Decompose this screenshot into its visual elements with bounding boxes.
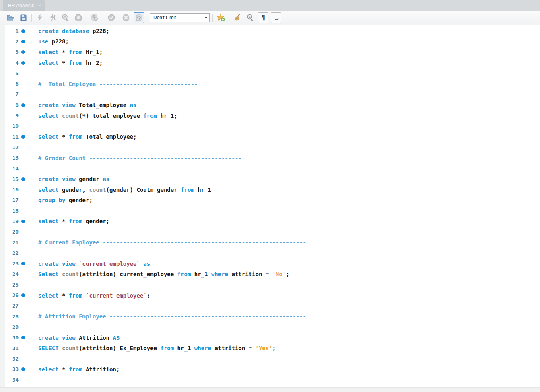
code-line[interactable]: 33select * from Attrition; [0,364,540,375]
transaction-settings-button[interactable] [90,12,100,23]
line-number: 12 [0,144,19,150]
line-number: 34 [0,377,19,383]
code-line[interactable]: 19select * from gender; [0,216,540,226]
statement-dot-icon [21,103,25,107]
line-number: 5 [0,70,19,76]
code-text: create view Attrition AS [27,335,120,341]
add-favorite-button[interactable] [216,12,226,23]
save-icon [19,14,27,22]
code-line[interactable]: 23create view `current employee` as [0,259,540,269]
show-formatting-marks-button[interactable]: ¶ [258,12,268,23]
code-line[interactable]: 11select * from Total_employee; [0,131,540,142]
line-number: 21 [0,240,19,246]
tab-close-icon[interactable]: × [38,3,41,8]
commit-icon [107,14,115,22]
line-number: 29 [0,324,19,330]
code-line[interactable]: 21# Current Employee -------------------… [0,237,540,248]
code-line[interactable]: 20 [0,227,540,237]
code-text: use p228; [27,38,69,45]
find-icon: A [246,13,255,22]
code-line[interactable]: 25 [0,279,540,290]
open-file-button[interactable] [5,12,16,23]
code-line[interactable]: 26select * from `current employee`; [0,290,540,300]
open-folder-icon [6,14,14,22]
code-line[interactable]: 29 [0,322,540,332]
code-line[interactable]: 27 [0,301,540,311]
code-text: # Grnder Count -------------------------… [27,155,242,161]
autocommit-toggle-button[interactable] [134,12,144,23]
line-number: 26 [0,292,19,298]
code-line[interactable]: 14 [0,163,540,174]
line-number: 24 [0,271,19,277]
code-line[interactable]: 5 [0,68,540,78]
code-line[interactable]: 15create view gender as [0,174,540,184]
limit-rows-dropdown[interactable]: Don't Limit [150,13,210,22]
code-line[interactable]: 1create database p228; [0,26,540,36]
tab-title: HR Analysis [8,3,34,8]
stop-icon [74,14,82,22]
statement-marker [19,50,27,54]
query-profiling-button[interactable] [60,12,71,23]
line-number: 4 [0,60,19,66]
commit-button[interactable] [106,12,117,23]
format-code-button[interactable] [232,12,243,23]
code-line[interactable]: 16select gender, count(gender) Coutn_gen… [0,184,540,195]
statement-marker [19,336,27,339]
code-line[interactable]: 10 [0,121,540,131]
code-line[interactable]: 24Select count(attrition) current_employ… [0,269,540,279]
statement-dot-icon [21,220,25,223]
code-line[interactable]: 34 [0,375,540,385]
line-number: 15 [0,176,19,182]
execute-button[interactable] [35,12,45,23]
save-button[interactable] [18,12,29,23]
rollback-button[interactable] [121,12,131,23]
code-lines: 1create database p228;2use p228;3select … [0,26,540,385]
tab-hr-analysis[interactable]: HR Analysis × [3,0,45,11]
code-line[interactable]: 22 [0,248,540,258]
toolbar-separator [212,14,213,22]
code-line[interactable]: 12 [0,142,540,152]
code-line[interactable]: 7 [0,89,540,100]
code-text: # Total Employee -----------------------… [27,81,198,87]
code-text: select * from `current employee`; [27,292,150,299]
statement-dot-icon [21,177,25,181]
code-text: select gender, count(gender) Coutn_gende… [27,187,211,193]
code-line[interactable]: 4select * from hr_2; [0,57,540,68]
horizontal-scrollbar[interactable] [0,387,540,392]
find-button[interactable]: A [245,12,256,23]
statement-dot-icon [21,135,25,139]
sql-toolbar: Don't Limit A ¶ [0,11,540,25]
execute-script-icon [49,14,57,22]
execute-script-button[interactable] [47,12,58,23]
line-number: 3 [0,49,19,55]
statement-dot-icon [21,50,25,54]
code-line[interactable]: 6# Total Employee ----------------------… [0,78,540,89]
code-line[interactable]: 28# Attrition Employee -----------------… [0,311,540,322]
query-plan-icon [61,13,70,22]
code-line[interactable]: 18 [0,205,540,216]
code-text: select * from hr_2; [27,60,103,66]
code-line[interactable]: 31SELECT count(attrition) Ex_Employee fr… [0,343,540,353]
code-text: Select count(attrition) current_employee… [27,271,289,277]
line-number: 17 [0,197,19,203]
code-line[interactable]: 17group by gender; [0,195,540,205]
stop-button[interactable] [73,12,84,23]
code-line[interactable]: 13# Grnder Count -----------------------… [0,153,540,163]
code-line[interactable]: 9select count(*) total_employee from hr_… [0,110,540,121]
code-line[interactable]: 30create view Attrition AS [0,332,540,343]
code-line[interactable]: 8create view Total_employee as [0,100,540,110]
line-number: 13 [0,155,19,161]
word-wrap-button[interactable] [271,12,281,23]
line-number: 33 [0,366,19,372]
code-line[interactable]: 32 [0,353,540,364]
line-number: 18 [0,208,19,214]
line-number: 6 [0,81,19,87]
line-number: 28 [0,314,19,320]
line-number: 7 [0,91,19,97]
svg-text:A: A [249,16,251,19]
code-text: select * from Attrition; [27,366,120,373]
code-line[interactable]: 3select * from Hr_1; [0,47,540,57]
code-text: select * from Hr_1; [27,49,103,55]
sql-editor[interactable]: 1create database p228;2use p228;3select … [0,25,540,392]
code-line[interactable]: 2use p228; [0,36,540,47]
